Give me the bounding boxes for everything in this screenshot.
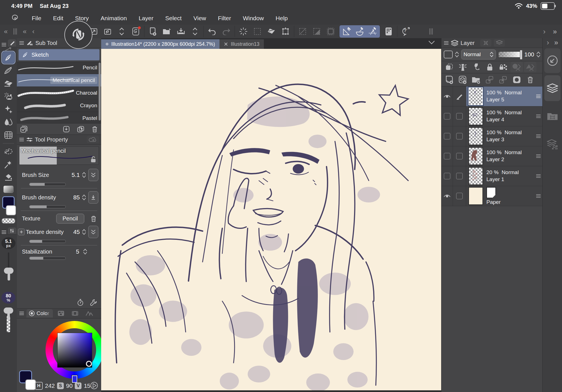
blend-tool-button[interactable]: [2, 116, 15, 128]
layer-opacity-stepper[interactable]: [536, 52, 540, 57]
menu-filter[interactable]: Filter: [212, 15, 237, 22]
edge-tab-layer-property[interactable]: [544, 131, 561, 157]
delete-layer-icon[interactable]: [524, 74, 536, 85]
fill-selection-icon[interactable]: [311, 26, 322, 37]
collapse-left-panel-icon[interactable]: «: [4, 28, 8, 35]
transparent-color-swatch[interactable]: [2, 218, 15, 224]
menu-edit[interactable]: Edit: [47, 15, 69, 22]
paper-visibility-eye-icon[interactable]: [443, 193, 451, 199]
clear-icon[interactable]: [266, 26, 277, 37]
save-icon[interactable]: [175, 26, 187, 37]
brush-size-value[interactable]: 5.1: [72, 172, 80, 178]
secondary-color-swatch[interactable]: [6, 205, 16, 215]
quick-access-button[interactable]: [544, 48, 561, 73]
color-panel-secondary-swatch[interactable]: [25, 379, 36, 390]
help-icon[interactable]: ?: [400, 26, 411, 37]
menu-file[interactable]: File: [26, 15, 47, 22]
enable-mask-icon[interactable]: [511, 62, 523, 72]
layer-row-layer4[interactable]: 100 % Normal Layer 4: [441, 106, 543, 126]
layer-mask-icon[interactable]: [511, 74, 523, 85]
menu-window[interactable]: Window: [237, 15, 270, 22]
tab-color-mixing[interactable]: [83, 309, 96, 318]
lock-transparent-pixels-icon[interactable]: [497, 62, 509, 72]
layer5-visibility-eye-icon[interactable]: [443, 94, 451, 99]
layer-row-layer2[interactable]: 100 % Normal Layer 2: [441, 146, 543, 166]
airbrush-tool-button[interactable]: [2, 90, 15, 102]
new-raster-layer-icon[interactable]: [443, 74, 456, 85]
shortcut-keypad-icon[interactable]: [383, 26, 394, 37]
palette-color-box[interactable]: [444, 51, 453, 58]
color-history-play-icon[interactable]: [90, 381, 98, 390]
operation-tool-icon[interactable]: [5, 47, 12, 51]
magic-wand-tool-button[interactable]: [2, 159, 15, 170]
brush-preview[interactable]: Mechanical pencil: [19, 146, 99, 165]
clip-studio-logo-icon[interactable]: [11, 14, 19, 22]
save-updown-icon[interactable]: [189, 26, 201, 37]
reselect-icon[interactable]: [252, 26, 263, 37]
tool-tab-pen-icon[interactable]: [8, 39, 16, 47]
toolbar-panel-menu-icon[interactable]: [0, 43, 8, 47]
layer-extra-tab-icon[interactable]: [494, 39, 505, 47]
layer2-menu-icon[interactable]: [536, 154, 541, 158]
transfer-down-icon[interactable]: [497, 74, 509, 85]
layer3-select-checkbox[interactable]: [456, 133, 463, 140]
brush-density-slider[interactable]: [29, 205, 66, 208]
touch-gesture-icon[interactable]: [102, 26, 113, 37]
sub-tool-item-charcoal[interactable]: Charcoal: [17, 87, 101, 99]
layer-search-tab-icon[interactable]: [480, 39, 491, 47]
eraser-tool-button[interactable]: [2, 78, 15, 89]
reference-layer-icon[interactable]: [457, 62, 469, 72]
crop-selection-icon[interactable]: [297, 26, 308, 37]
sub-tool-item-crayon[interactable]: Crayon: [17, 99, 101, 112]
layer3-menu-icon[interactable]: [536, 134, 541, 138]
brush-density-value[interactable]: 85: [73, 194, 80, 201]
layer3-visibility-checkbox[interactable]: [444, 133, 450, 140]
texture-density-dynamics-button[interactable]: [88, 226, 98, 238]
layer-opacity-handle[interactable]: [520, 50, 522, 60]
brush-size-stepper[interactable]: [82, 172, 86, 178]
brush-size-dynamics-button[interactable]: [88, 169, 98, 181]
layer1-menu-icon[interactable]: [536, 174, 541, 178]
stabilization-stepper[interactable]: [83, 249, 87, 254]
paper-select-checkbox[interactable]: [456, 193, 463, 199]
redo-icon[interactable]: [221, 26, 232, 37]
layer2-visibility-checkbox[interactable]: [444, 153, 450, 159]
saturation-value[interactable]: 90: [66, 382, 72, 389]
hue-value[interactable]: 242: [45, 382, 55, 389]
color-panel-menu-icon[interactable]: [19, 311, 24, 315]
multiple-brush-icon[interactable]: [20, 126, 28, 133]
layer-row-paper[interactable]: Paper: [441, 186, 543, 206]
menu-layer[interactable]: Layer: [133, 15, 159, 22]
merge-down-icon[interactable]: [484, 74, 496, 85]
edge-next-icon[interactable]: ›: [547, 39, 549, 46]
texture-density-stepper[interactable]: [82, 229, 86, 235]
sub-tool-group-sketch[interactable]: Sketch: [19, 49, 99, 60]
tab-color-set[interactable]: [55, 309, 67, 318]
layer-panel-menu-icon[interactable]: [444, 41, 449, 45]
layer4-select-checkbox[interactable]: [456, 113, 463, 120]
curve-ruler-pen-icon[interactable]: [354, 26, 365, 37]
value-value[interactable]: 15: [84, 382, 90, 389]
palette-stepper[interactable]: [455, 52, 459, 57]
clip-below-icon[interactable]: [443, 62, 456, 72]
sub-tool-item-pastel[interactable]: Pastel: [17, 112, 101, 124]
opacity-slider-thumb[interactable]: [4, 307, 13, 314]
tab-intermediate-color[interactable]: [69, 309, 81, 318]
edge-collapse-icon[interactable]: »: [554, 39, 558, 46]
new-canvas-icon[interactable]: [147, 26, 158, 37]
menu-story[interactable]: Story: [69, 15, 95, 22]
edge-tab-layer[interactable]: [544, 75, 561, 101]
tab-illustration14[interactable]: Illustration14* (2200 x 2800px 600dpi 25…: [101, 39, 219, 49]
brush-size-slider-horizontal[interactable]: [29, 183, 66, 186]
perspective-ruler-pen-icon[interactable]: [367, 26, 378, 37]
duplicate-brush-icon[interactable]: [77, 126, 84, 133]
deselect-icon[interactable]: [238, 26, 249, 37]
transform-icon[interactable]: [280, 26, 291, 37]
import-brush-icon[interactable]: [63, 126, 70, 133]
brush-size-slider[interactable]: [8, 252, 9, 274]
draft-layer-icon[interactable]: [470, 62, 482, 72]
layer2-select-checkbox[interactable]: [456, 153, 463, 159]
layer1-visibility-checkbox[interactable]: [444, 173, 450, 179]
menu-help[interactable]: Help: [270, 15, 294, 22]
menu-animation[interactable]: Animation: [95, 15, 133, 22]
